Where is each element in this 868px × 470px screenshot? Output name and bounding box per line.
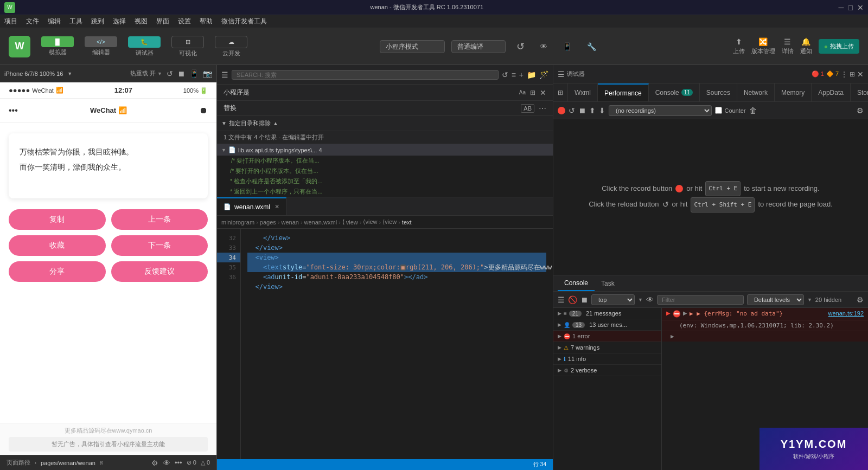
breadcrumb-text[interactable]: text — [402, 219, 412, 226]
tab-appdata[interactable]: AppData — [812, 83, 851, 101]
tab-sources[interactable]: Sources — [700, 83, 737, 101]
console-stop-icon[interactable]: ⏹ — [580, 295, 588, 304]
menu-item-edit[interactable]: 编辑 — [48, 17, 61, 26]
expand-icon[interactable]: ⊞ — [530, 89, 535, 96]
console-row-messages[interactable]: ▶ ≡ 21 21 messages — [553, 308, 661, 319]
menu-item-settings[interactable]: 设置 — [178, 17, 191, 26]
recordings-select[interactable]: (no recordings) — [609, 105, 712, 116]
wand-icon[interactable]: 🪄 — [539, 70, 548, 79]
search-result-1[interactable]: /* 要打开的小程序版本。仅在当... — [217, 156, 553, 166]
refresh-perf-button[interactable]: ↺ — [569, 106, 575, 115]
editor-button[interactable]: </> — [85, 36, 117, 47]
devtools-close-icon[interactable]: ✕ — [857, 70, 864, 79]
minimize-button[interactable]: ─ — [839, 3, 844, 12]
devtools-expand-btn[interactable]: ⊞ — [553, 83, 568, 101]
breadcrumb-wenan[interactable]: wenan — [281, 219, 298, 226]
more-dots[interactable]: ••• — [9, 106, 18, 115]
record-icon[interactable]: ⏺ — [199, 106, 208, 115]
list-view-icon[interactable]: ≡ — [512, 70, 516, 79]
hotreload-button[interactable]: 热重载 开 ▼ — [130, 69, 162, 78]
next-button[interactable]: 下一条 — [111, 235, 208, 256]
font-size-icon[interactable]: Aa — [519, 89, 526, 95]
refresh-icon[interactable]: ↺ — [167, 69, 173, 78]
close-button[interactable]: ✕ — [857, 3, 864, 12]
console-tab-task[interactable]: Task — [595, 275, 621, 291]
upload-green-button[interactable]: ● 拖拽上传 — [819, 39, 859, 54]
settings-status-icon[interactable]: ⚙ — [151, 459, 158, 467]
levels-select[interactable]: Default levels — [747, 294, 804, 305]
new-file-icon[interactable]: + — [519, 70, 524, 79]
perf-settings-icon[interactable]: ⚙ — [857, 106, 864, 115]
clean-button[interactable]: 🔧 — [583, 40, 601, 53]
screenshot-icon[interactable]: 📷 — [203, 69, 212, 78]
menu-collapse-icon[interactable]: ☰ — [221, 70, 228, 79]
eye-filter-icon[interactable]: 👁 — [646, 295, 654, 304]
error-expand-2[interactable]: ▶ — [683, 310, 687, 316]
console-row-verbose[interactable]: ▶ ⚙ 2 verbose — [553, 365, 661, 376]
simulator-button[interactable]: █ — [41, 36, 74, 47]
counter-checkbox[interactable] — [715, 107, 722, 114]
menu-item-select[interactable]: 选择 — [113, 17, 126, 26]
search-result-4[interactable]: * 返回到上一个小程序，只有在当... — [217, 186, 553, 197]
menu-item-wechat[interactable]: 微信开发者工具 — [221, 17, 267, 26]
tab-close-icon[interactable]: ✕ — [275, 203, 279, 210]
visual-button[interactable]: ⊞ — [171, 36, 204, 48]
feedback-button[interactable]: 反馈建议 — [111, 261, 208, 282]
menu-item-view[interactable]: 视图 — [135, 17, 148, 26]
real-debug-button[interactable]: 📱 — [558, 40, 576, 53]
download-perf-icon[interactable]: ⬆ — [589, 106, 596, 115]
tab-memory[interactable]: Memory — [775, 83, 812, 101]
record-button[interactable] — [558, 107, 565, 114]
collect-button[interactable]: 收藏 — [9, 235, 106, 256]
cloud-button[interactable]: ☁ — [215, 36, 247, 48]
search-result-3[interactable]: * 检查小程序是否被添加至「我的... — [217, 176, 553, 186]
version-button[interactable]: 🔀 — [758, 37, 768, 46]
console-row-warnings[interactable]: ▶ ⚠ 7 warnings — [553, 342, 661, 353]
device-icon[interactable]: 📱 — [189, 69, 199, 78]
expand-row[interactable]: ▶ — [662, 331, 868, 342]
breadcrumb-view2[interactable]: ⟨view — [363, 218, 377, 226]
tab-console[interactable]: Console 11 — [649, 83, 700, 101]
tab-wxml[interactable]: Wxml — [568, 83, 598, 101]
devtools-expand-icon[interactable]: ⊞ — [850, 70, 855, 78]
console-settings-icon[interactable]: ⚙ — [857, 295, 864, 304]
error-file-link[interactable]: wenan.ts:192 — [828, 310, 864, 317]
upload-perf-icon[interactable]: ⬇ — [599, 106, 605, 115]
tab-performance[interactable]: Performance — [598, 83, 649, 101]
tab-wenan-wxml[interactable]: 📄 wenan.wxml ✕ — [217, 197, 286, 215]
refresh-search-icon[interactable]: ↺ — [502, 70, 508, 79]
device-label[interactable]: iPhone 6/7/8 100% 16 — [4, 70, 63, 77]
context-select[interactable]: top — [591, 294, 635, 305]
error-expand-arrow[interactable]: ▶ — [666, 310, 671, 316]
tab-storage[interactable]: Storage — [851, 83, 868, 101]
collapse-icon[interactable]: ▼ — [221, 120, 227, 126]
maximize-button[interactable]: □ — [848, 3, 853, 12]
breadcrumb-view1[interactable]: view — [346, 219, 358, 226]
breadcrumb-file[interactable]: wenan.wxml — [304, 219, 337, 226]
more-status-icon[interactable]: ••• — [175, 459, 182, 467]
breadcrumb-miniprogram[interactable]: miniprogram — [221, 219, 254, 226]
breadcrumb-view3[interactable]: ⟨view — [382, 218, 397, 226]
regex-icon[interactable]: ⋯ — [539, 104, 546, 113]
trash-icon[interactable]: 🗑 — [749, 106, 757, 115]
code-area[interactable]: 32 33 34 35 36 </view> </view> <view> — [217, 229, 553, 459]
file-item-lib[interactable]: ▼ 📄 lib.wx.api.d.ts typings\types\... 4 — [217, 144, 553, 156]
devtools-menu-icon[interactable]: ☰ — [558, 70, 565, 79]
details-button[interactable]: ☰ — [784, 37, 791, 46]
preview-button[interactable]: 👁 — [535, 40, 552, 53]
eye-status-icon[interactable]: 👁 — [163, 459, 170, 467]
new-folder-icon[interactable]: 📁 — [527, 70, 536, 79]
compile-button[interactable]: ↺ — [512, 38, 529, 55]
error-message-row[interactable]: ▶ ⛔ ▶ ▶ ▶ {errMsg: "no ad data"} wenan.t… — [662, 308, 868, 320]
share-button[interactable]: 分享 — [9, 261, 106, 282]
stop-icon[interactable]: ⏹ — [177, 69, 185, 78]
ab-icon[interactable]: AB — [521, 104, 534, 113]
copy-path-button[interactable]: ⎘ — [100, 460, 103, 466]
menu-item-project[interactable]: 项目 — [4, 17, 17, 26]
prev-button[interactable]: 上一条 — [111, 209, 208, 230]
console-clear-icon[interactable]: 🚫 — [568, 295, 577, 304]
devtools-more-icon[interactable]: ⋮ — [841, 70, 847, 78]
mode-select[interactable]: 小程序模式 — [380, 40, 445, 53]
console-row-user-messages[interactable]: ▶ 👤 13 13 user mes... — [553, 319, 661, 331]
search-result-2[interactable]: /* 要打开的小程序版本。仅在当... — [217, 166, 553, 176]
